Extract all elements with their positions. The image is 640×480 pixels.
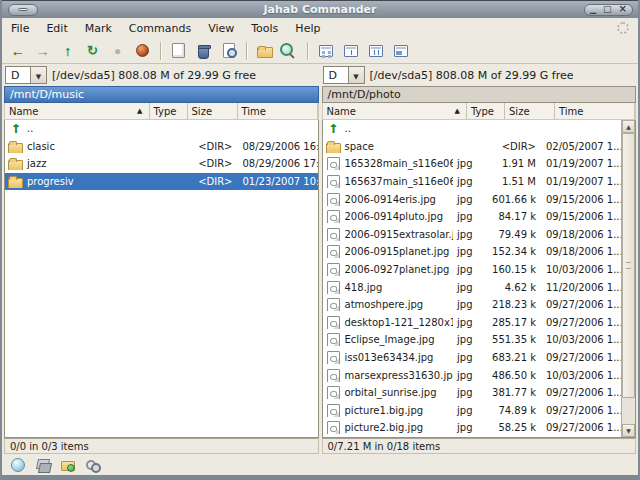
file-row-165637main-s116e06796[interactable]: 165637main_s116e06796... jpg 1.51 M 01/1…	[323, 173, 622, 191]
file-row-orbital-sunrise-jpg[interactable]: orbital_sunrise.jpg jpg 381.77 k 09/27/2…	[323, 384, 622, 402]
file-row-picture1-big-jpg[interactable]: picture1.big.jpg jpg 74.89 k 09/27/2006 …	[323, 402, 622, 420]
menu-file[interactable]: File	[11, 22, 29, 35]
menu-mark[interactable]: Mark	[85, 22, 112, 35]
refresh-button[interactable]	[80, 40, 105, 62]
file-row-2006-0915planet-jpg[interactable]: 2006-0915planet.jpg jpg 152.34 k 09/18/2…	[323, 243, 622, 261]
forward-button[interactable]	[30, 40, 55, 62]
layout-2-button[interactable]	[338, 40, 363, 62]
folder-action-button[interactable]	[60, 457, 76, 473]
file-type: jpg	[453, 317, 491, 328]
window-menu-button[interactable]	[8, 4, 38, 16]
file-name: orbital_sunrise.jpg	[345, 387, 437, 398]
file-row-picture2-big-jpg[interactable]: picture2.big.jpg jpg 58.25 k 09/27/2006 …	[323, 419, 622, 437]
left-drive-selector[interactable]: D	[5, 66, 47, 84]
search-button[interactable]	[277, 40, 302, 62]
column-header-size[interactable]: Size	[188, 103, 238, 119]
search-icon	[282, 43, 298, 59]
file-row-parent[interactable]: ..	[323, 120, 622, 138]
layouts-group	[313, 40, 413, 62]
file-row-clasic[interactable]: clasic <DIR> 08/29/2006 16:...	[5, 138, 318, 156]
column-header-name[interactable]: Name ▲	[5, 103, 150, 119]
column-header-type[interactable]: Type	[150, 103, 188, 119]
file-row-2006-0914pluto-jpg[interactable]: 2006-0914pluto.jpg jpg 84.17 k 09/15/200…	[323, 208, 622, 226]
drive-dropdown-button[interactable]	[348, 66, 365, 84]
stack-button[interactable]	[35, 457, 51, 473]
file-row-2006-0927planet-jpg[interactable]: 2006-0927planet.jpg jpg 160.15 k 10/03/2…	[323, 261, 622, 279]
layout-3-button[interactable]	[363, 40, 388, 62]
minimize-icon[interactable]	[590, 5, 596, 15]
file-row-progresiv[interactable]: progresiv <DIR> 01/23/2007 10:...	[5, 173, 318, 191]
file-type: jpg	[453, 211, 491, 222]
arrow-up-icon	[626, 124, 631, 130]
left-path-bar[interactable]: /mnt/D/music	[4, 86, 319, 103]
stop-button[interactable]	[105, 40, 130, 62]
globe-button[interactable]	[10, 457, 26, 473]
menu-commands[interactable]: Commands	[129, 22, 191, 35]
delete-button[interactable]	[191, 40, 216, 62]
file-time: 08/29/2006 16:...	[238, 141, 318, 152]
up-button[interactable]	[55, 40, 80, 62]
file-row-165328main-s116e06080[interactable]: 165328main_s116e06080... jpg 1.91 M 01/1…	[323, 155, 622, 173]
right-scrollbar[interactable]	[621, 120, 635, 437]
file-name-cell: atmoshpere.jpg	[323, 298, 454, 311]
column-header-size[interactable]: Size	[505, 103, 555, 119]
file-size: <DIR>	[188, 158, 238, 169]
menu-tools[interactable]: Tools	[251, 22, 278, 35]
jpg-icon	[326, 298, 341, 311]
jpg-icon	[326, 351, 341, 364]
home-button[interactable]	[130, 40, 155, 62]
jpg-icon	[326, 404, 341, 417]
link-button[interactable]	[85, 457, 101, 473]
menu-view[interactable]: View	[208, 22, 234, 35]
left-column-headers: Name ▲ Type Size Time	[4, 103, 319, 120]
scroll-down-button[interactable]	[622, 424, 635, 437]
file-type: jpg	[453, 352, 491, 363]
menu-edit[interactable]: Edit	[46, 22, 67, 35]
file-name-cell: 2006-0927planet.jpg	[323, 263, 454, 276]
file-type: jpg	[453, 299, 491, 310]
file-row-2006-0914eris-jpg[interactable]: 2006-0914eris.jpg jpg 601.66 k 09/15/200…	[323, 190, 622, 208]
preview-button[interactable]	[216, 40, 241, 62]
file-name-cell: jazz	[5, 157, 150, 170]
left-pane: D [/dev/sda5] 808.08 M of 29.99 G free /…	[4, 64, 319, 454]
file-row-418-jpg[interactable]: 418.jpg jpg 4.62 k 11/20/2006 1...	[323, 278, 622, 296]
right-drive-selector[interactable]: D	[323, 66, 365, 84]
file-size: 683.21 k	[491, 352, 541, 363]
new-file-button[interactable]	[166, 40, 191, 62]
column-header-time[interactable]: Time	[555, 103, 635, 119]
right-path-bar[interactable]: /mnt/D/photo	[322, 86, 637, 103]
file-name-cell: iss013e63434.jpg	[323, 351, 454, 364]
file-row-atmoshpere-jpg[interactable]: atmoshpere.jpg jpg 218.23 k 09/27/2006 1…	[323, 296, 622, 314]
jpg-icon	[326, 193, 341, 206]
menu-help[interactable]: Help	[295, 22, 320, 35]
file-row-jazz[interactable]: jazz <DIR> 08/29/2006 17:...	[5, 155, 318, 173]
drive-dropdown-button[interactable]	[30, 66, 47, 84]
layout-4-button[interactable]	[388, 40, 413, 62]
close-icon[interactable]	[619, 4, 627, 15]
scrollbar-thumb[interactable]	[622, 133, 635, 398]
maximize-icon[interactable]	[603, 4, 612, 15]
file-row-space[interactable]: space <DIR> 02/05/2007 1...	[323, 138, 622, 156]
back-button[interactable]	[5, 40, 30, 62]
toolbar	[2, 38, 638, 64]
file-row-marsexpress31630-jpg[interactable]: marsexpress31630.jpg jpg 486.50 k 10/03/…	[323, 366, 622, 384]
file-time: 09/27/2006 1...	[541, 422, 621, 433]
preview-icon	[221, 43, 237, 59]
scroll-up-button[interactable]	[622, 120, 635, 133]
scrollbar-track[interactable]	[622, 133, 635, 424]
file-row-desktop1-121-1280x102[interactable]: desktop1-121_1280x102... jpg 285.17 k 09…	[323, 314, 622, 332]
delete-icon	[196, 43, 212, 59]
file-name: picture1.big.jpg	[345, 405, 424, 416]
column-header-type[interactable]: Type	[467, 103, 505, 119]
layout-1-button[interactable]	[313, 40, 338, 62]
file-name-cell: space	[323, 140, 454, 153]
file-row-eclipse-image-jpg[interactable]: Eclipse_Image.jpg jpg 551.35 k 10/03/200…	[323, 331, 622, 349]
file-type: jpg	[453, 282, 491, 293]
column-header-time[interactable]: Time	[238, 103, 318, 119]
file-row-iss013e63434-jpg[interactable]: iss013e63434.jpg jpg 683.21 k 09/27/2006…	[323, 349, 622, 367]
column-header-name[interactable]: Name ▲	[323, 103, 468, 119]
file-time: 09/15/2006 1...	[541, 194, 621, 205]
file-row-parent[interactable]: ..	[5, 120, 318, 138]
file-row-2006-0915extrasolar-jpg[interactable]: 2006-0915extrasolar.jpg jpg 79.49 k 09/1…	[323, 226, 622, 244]
folder-button[interactable]	[252, 40, 277, 62]
